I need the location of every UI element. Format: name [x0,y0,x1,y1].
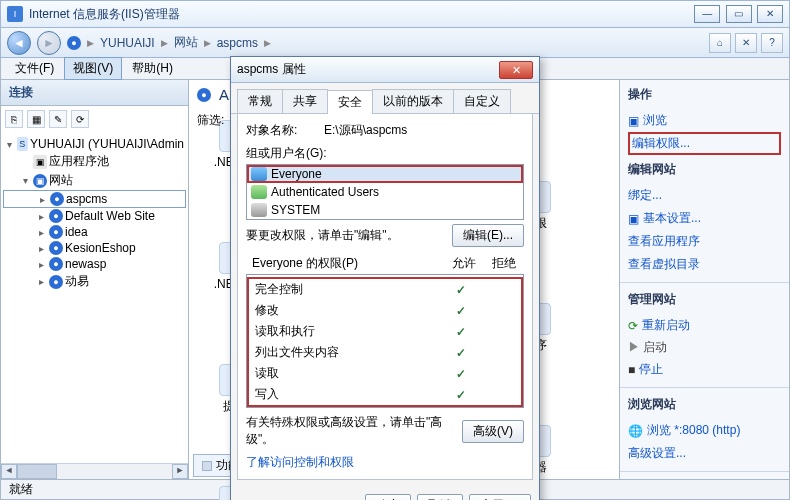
dialog-titlebar[interactable]: aspcms 属性 ✕ [231,57,539,83]
tab-previous[interactable]: 以前的版本 [372,89,454,113]
tree-site-default[interactable]: ▸● Default Web Site [3,208,186,224]
browse-site-header: 浏览网站 [620,392,789,417]
menu-file[interactable]: 文件(F) [7,58,62,79]
menu-view[interactable]: 视图(V) [64,57,122,80]
window-titlebar: I Internet 信息服务(IIS)管理器 — ▭ ✕ [0,0,790,28]
action-edit-permissions[interactable]: 编辑权限... [628,132,781,155]
menu-help[interactable]: 帮助(H) [124,58,181,79]
tree-sites-label: 网站 [49,172,73,189]
perm-name: 读取和执行 [249,321,441,342]
users-label: 组或用户名(G): [246,145,524,162]
crumb-site[interactable]: aspcms [217,36,258,50]
minimize-button[interactable]: — [694,5,720,23]
user-everyone[interactable]: Everyone [247,165,523,183]
conn-tool-4[interactable]: ⟳ [71,110,89,128]
perm-row: 读取✓ [249,363,521,384]
site-label: newasp [65,257,106,271]
maximize-button[interactable]: ▭ [726,5,752,23]
users-icon [251,203,267,217]
tab-custom[interactable]: 自定义 [453,89,511,113]
server-icon: S [17,137,28,151]
link-label: 浏览 [643,112,667,129]
nav-bar: ◄ ► ● ▶ YUHUAIJI ▶ 网站 ▶ aspcms ▶ ⌂ ✕ ? [0,28,790,58]
crumb-sites[interactable]: 网站 [174,34,198,51]
link-label: 重新启动 [642,317,690,334]
dialog-body: 对象名称: E:\源码\aspcms 组或用户名(G): Everyone Au… [237,114,533,480]
tree-app-pool[interactable]: ▣ 应用程序池 [3,152,186,171]
link-label: 基本设置... [643,210,701,227]
tree-site-idea[interactable]: ▸● idea [3,224,186,240]
action-start[interactable]: ▶ 启动 [628,337,781,358]
connections-header: 连接 [1,80,188,106]
action-restart[interactable]: ⟳重新启动 [628,314,781,337]
action-basic-settings[interactable]: ▣基本设置... [628,207,781,230]
users-listbox[interactable]: Everyone Authenticated Users SYSTEM [246,164,524,220]
action-stop[interactable]: ■停止 [628,358,781,381]
tab-general[interactable]: 常规 [237,89,283,113]
breadcrumb[interactable]: ● ▶ YUHUAIJI ▶ 网站 ▶ aspcms ▶ [67,34,275,51]
left-scrollbar[interactable]: ◄► [1,463,188,479]
tree-sites-node[interactable]: ▾▣ 网站 [3,171,186,190]
perm-row: 写入✓ [249,384,521,405]
conn-tool-2[interactable]: ▦ [27,110,45,128]
dialog-title: aspcms 属性 [237,61,499,78]
tree-site-kesion[interactable]: ▸● KesionEshop [3,240,186,256]
site-label: aspcms [66,192,107,206]
permissions-listbox[interactable]: 完全控制✓ 修改✓ 读取和执行✓ 列出文件夹内容✓ 读取✓ 写入✓ [246,274,524,408]
user-authenticated[interactable]: Authenticated Users [247,183,523,201]
advanced-button[interactable]: 高级(V) [462,420,524,443]
edit-site-header: 编辑网站 [620,157,789,182]
crumb-root[interactable]: YUHUAIJI [100,36,155,50]
tree-server-label: YUHUAIJI (YUHUAIJI\Admin [30,137,184,151]
window-title: Internet 信息服务(IIS)管理器 [29,6,692,23]
conn-tool-1[interactable]: ⎘ [5,110,23,128]
user-system[interactable]: SYSTEM [247,201,523,219]
ok-button[interactable]: 确定 [365,494,411,500]
allow-check-icon: ✓ [441,388,481,402]
globe-icon: ● [197,88,211,102]
learn-link[interactable]: 了解访问控制和权限 [246,454,524,471]
properties-dialog: aspcms 属性 ✕ 常规 共享 安全 以前的版本 自定义 对象名称: E:\… [230,56,540,500]
conn-tool-3[interactable]: ✎ [49,110,67,128]
tab-share[interactable]: 共享 [282,89,328,113]
tree-site-newasp[interactable]: ▸● newasp [3,256,186,272]
globe-icon: ● [50,192,64,206]
cancel-button[interactable]: 取消 [417,494,463,500]
app-icon: I [7,6,23,22]
link-label: 停止 [639,361,663,378]
allow-check-icon: ✓ [441,346,481,360]
tree-server-node[interactable]: ▾S YUHUAIJI (YUHUAIJI\Admin [3,136,186,152]
apply-button[interactable]: 应用(A) [469,494,531,500]
perm-row: 修改✓ [249,300,521,321]
action-browse-8080[interactable]: 🌐浏览 *:8080 (http) [628,419,781,442]
close-button[interactable]: ✕ [757,5,783,23]
allow-check-icon: ✓ [441,367,481,381]
user-label: Everyone [271,167,322,181]
perm-row: 读取和执行✓ [249,321,521,342]
forward-button[interactable]: ► [37,31,61,55]
action-advanced[interactable]: 高级设置... [628,442,781,465]
tab-security[interactable]: 安全 [327,90,373,114]
users-icon [251,185,267,199]
dialog-close-button[interactable]: ✕ [499,61,533,79]
tree-pool-label: 应用程序池 [49,153,109,170]
tree-site-aspcms[interactable]: ▸● aspcms [3,190,186,208]
action-bindings[interactable]: 绑定... [628,184,781,207]
edit-hint: 要更改权限，请单击"编辑"。 [246,227,444,244]
allow-check-icon: ✓ [441,283,481,297]
user-label: Authenticated Users [271,185,379,199]
nav-home-button[interactable]: ⌂ [709,33,731,53]
action-browse[interactable]: ▣浏览 [628,109,781,132]
action-view-apps[interactable]: 查看应用程序 [628,230,781,253]
action-view-vdir[interactable]: 查看虚拟目录 [628,253,781,276]
back-button[interactable]: ◄ [7,31,31,55]
dialog-tabs: 常规 共享 安全 以前的版本 自定义 [231,83,539,114]
globe-icon: ● [49,275,63,289]
nav-stop-button[interactable]: ✕ [735,33,757,53]
globe-icon: ● [49,241,63,255]
manage-site-header: 管理网站 [620,287,789,312]
nav-help-button[interactable]: ? [761,33,783,53]
tree-site-dongyi[interactable]: ▸● 动易 [3,272,186,291]
edit-button[interactable]: 编辑(E)... [452,224,524,247]
users-icon [251,167,267,181]
